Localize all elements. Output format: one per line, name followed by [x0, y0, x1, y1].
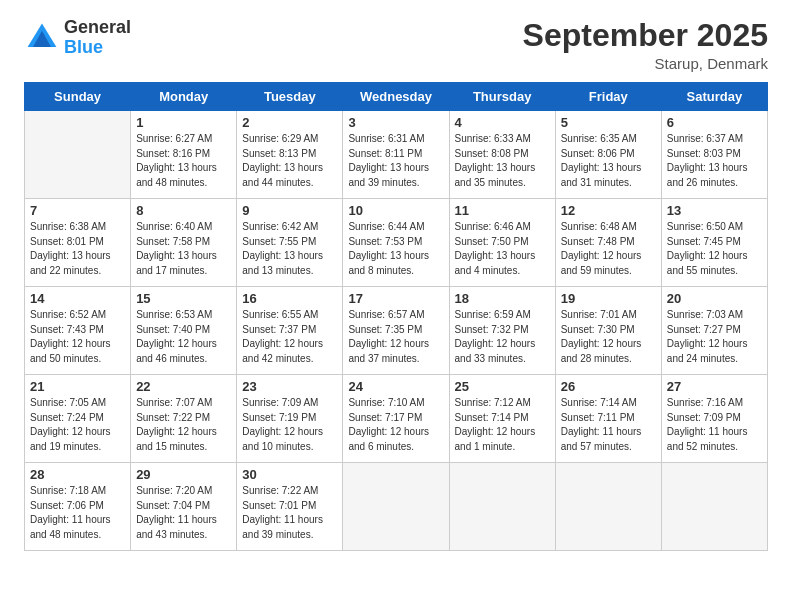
day-info: Sunrise: 6:38 AMSunset: 8:01 PMDaylight:…	[30, 220, 125, 278]
col-header-sunday: Sunday	[25, 83, 131, 111]
calendar-cell: 1Sunrise: 6:27 AMSunset: 8:16 PMDaylight…	[131, 111, 237, 199]
day-info: Sunrise: 6:46 AMSunset: 7:50 PMDaylight:…	[455, 220, 550, 278]
col-header-thursday: Thursday	[449, 83, 555, 111]
calendar-week-row: 7Sunrise: 6:38 AMSunset: 8:01 PMDaylight…	[25, 199, 768, 287]
day-number: 13	[667, 203, 762, 218]
day-info: Sunrise: 6:27 AMSunset: 8:16 PMDaylight:…	[136, 132, 231, 190]
day-info: Sunrise: 6:29 AMSunset: 8:13 PMDaylight:…	[242, 132, 337, 190]
calendar-header-row: SundayMondayTuesdayWednesdayThursdayFrid…	[25, 83, 768, 111]
day-number: 5	[561, 115, 656, 130]
day-number: 30	[242, 467, 337, 482]
calendar-cell: 25Sunrise: 7:12 AMSunset: 7:14 PMDayligh…	[449, 375, 555, 463]
day-info: Sunrise: 7:20 AMSunset: 7:04 PMDaylight:…	[136, 484, 231, 542]
calendar-cell: 28Sunrise: 7:18 AMSunset: 7:06 PMDayligh…	[25, 463, 131, 551]
day-number: 14	[30, 291, 125, 306]
day-number: 23	[242, 379, 337, 394]
day-number: 2	[242, 115, 337, 130]
calendar-week-row: 28Sunrise: 7:18 AMSunset: 7:06 PMDayligh…	[25, 463, 768, 551]
day-info: Sunrise: 7:22 AMSunset: 7:01 PMDaylight:…	[242, 484, 337, 542]
calendar-cell: 24Sunrise: 7:10 AMSunset: 7:17 PMDayligh…	[343, 375, 449, 463]
day-number: 19	[561, 291, 656, 306]
calendar-cell: 23Sunrise: 7:09 AMSunset: 7:19 PMDayligh…	[237, 375, 343, 463]
calendar-cell: 21Sunrise: 7:05 AMSunset: 7:24 PMDayligh…	[25, 375, 131, 463]
day-info: Sunrise: 6:50 AMSunset: 7:45 PMDaylight:…	[667, 220, 762, 278]
calendar-week-row: 21Sunrise: 7:05 AMSunset: 7:24 PMDayligh…	[25, 375, 768, 463]
day-number: 1	[136, 115, 231, 130]
day-number: 16	[242, 291, 337, 306]
calendar-cell: 12Sunrise: 6:48 AMSunset: 7:48 PMDayligh…	[555, 199, 661, 287]
day-number: 6	[667, 115, 762, 130]
title-month: September 2025	[523, 18, 768, 53]
day-number: 24	[348, 379, 443, 394]
day-number: 26	[561, 379, 656, 394]
day-info: Sunrise: 6:37 AMSunset: 8:03 PMDaylight:…	[667, 132, 762, 190]
day-number: 7	[30, 203, 125, 218]
calendar-cell	[343, 463, 449, 551]
calendar-cell: 19Sunrise: 7:01 AMSunset: 7:30 PMDayligh…	[555, 287, 661, 375]
day-number: 3	[348, 115, 443, 130]
calendar-cell	[449, 463, 555, 551]
day-info: Sunrise: 7:16 AMSunset: 7:09 PMDaylight:…	[667, 396, 762, 454]
calendar-cell: 26Sunrise: 7:14 AMSunset: 7:11 PMDayligh…	[555, 375, 661, 463]
col-header-saturday: Saturday	[661, 83, 767, 111]
day-number: 25	[455, 379, 550, 394]
day-info: Sunrise: 6:52 AMSunset: 7:43 PMDaylight:…	[30, 308, 125, 366]
day-number: 10	[348, 203, 443, 218]
day-info: Sunrise: 7:10 AMSunset: 7:17 PMDaylight:…	[348, 396, 443, 454]
day-number: 11	[455, 203, 550, 218]
day-info: Sunrise: 6:57 AMSunset: 7:35 PMDaylight:…	[348, 308, 443, 366]
calendar-cell: 8Sunrise: 6:40 AMSunset: 7:58 PMDaylight…	[131, 199, 237, 287]
day-number: 21	[30, 379, 125, 394]
calendar-cell: 17Sunrise: 6:57 AMSunset: 7:35 PMDayligh…	[343, 287, 449, 375]
day-info: Sunrise: 6:33 AMSunset: 8:08 PMDaylight:…	[455, 132, 550, 190]
title-block: September 2025 Starup, Denmark	[523, 18, 768, 72]
col-header-tuesday: Tuesday	[237, 83, 343, 111]
day-info: Sunrise: 7:05 AMSunset: 7:24 PMDaylight:…	[30, 396, 125, 454]
day-info: Sunrise: 6:35 AMSunset: 8:06 PMDaylight:…	[561, 132, 656, 190]
calendar-cell: 16Sunrise: 6:55 AMSunset: 7:37 PMDayligh…	[237, 287, 343, 375]
logo-blue-text: Blue	[64, 38, 131, 58]
day-number: 29	[136, 467, 231, 482]
day-number: 28	[30, 467, 125, 482]
calendar-cell	[661, 463, 767, 551]
day-info: Sunrise: 7:18 AMSunset: 7:06 PMDaylight:…	[30, 484, 125, 542]
logo-icon	[24, 20, 60, 56]
day-info: Sunrise: 6:44 AMSunset: 7:53 PMDaylight:…	[348, 220, 443, 278]
day-number: 12	[561, 203, 656, 218]
calendar-cell: 3Sunrise: 6:31 AMSunset: 8:11 PMDaylight…	[343, 111, 449, 199]
calendar-cell: 30Sunrise: 7:22 AMSunset: 7:01 PMDayligh…	[237, 463, 343, 551]
day-info: Sunrise: 7:01 AMSunset: 7:30 PMDaylight:…	[561, 308, 656, 366]
day-number: 17	[348, 291, 443, 306]
calendar-cell: 13Sunrise: 6:50 AMSunset: 7:45 PMDayligh…	[661, 199, 767, 287]
day-number: 4	[455, 115, 550, 130]
calendar-cell: 15Sunrise: 6:53 AMSunset: 7:40 PMDayligh…	[131, 287, 237, 375]
calendar-week-row: 14Sunrise: 6:52 AMSunset: 7:43 PMDayligh…	[25, 287, 768, 375]
col-header-friday: Friday	[555, 83, 661, 111]
day-info: Sunrise: 6:55 AMSunset: 7:37 PMDaylight:…	[242, 308, 337, 366]
calendar-cell: 10Sunrise: 6:44 AMSunset: 7:53 PMDayligh…	[343, 199, 449, 287]
title-location: Starup, Denmark	[523, 55, 768, 72]
calendar-cell: 27Sunrise: 7:16 AMSunset: 7:09 PMDayligh…	[661, 375, 767, 463]
day-number: 15	[136, 291, 231, 306]
day-info: Sunrise: 6:59 AMSunset: 7:32 PMDaylight:…	[455, 308, 550, 366]
calendar-cell: 22Sunrise: 7:07 AMSunset: 7:22 PMDayligh…	[131, 375, 237, 463]
day-info: Sunrise: 6:48 AMSunset: 7:48 PMDaylight:…	[561, 220, 656, 278]
day-info: Sunrise: 7:09 AMSunset: 7:19 PMDaylight:…	[242, 396, 337, 454]
day-number: 18	[455, 291, 550, 306]
calendar-table: SundayMondayTuesdayWednesdayThursdayFrid…	[24, 82, 768, 551]
logo-general-text: General	[64, 18, 131, 38]
logo-text: General Blue	[64, 18, 131, 58]
calendar-cell: 20Sunrise: 7:03 AMSunset: 7:27 PMDayligh…	[661, 287, 767, 375]
logo: General Blue	[24, 18, 131, 58]
day-number: 27	[667, 379, 762, 394]
calendar-cell: 5Sunrise: 6:35 AMSunset: 8:06 PMDaylight…	[555, 111, 661, 199]
day-number: 8	[136, 203, 231, 218]
day-info: Sunrise: 7:12 AMSunset: 7:14 PMDaylight:…	[455, 396, 550, 454]
calendar-cell	[25, 111, 131, 199]
col-header-wednesday: Wednesday	[343, 83, 449, 111]
day-info: Sunrise: 7:14 AMSunset: 7:11 PMDaylight:…	[561, 396, 656, 454]
day-info: Sunrise: 7:03 AMSunset: 7:27 PMDaylight:…	[667, 308, 762, 366]
header: General Blue September 2025 Starup, Denm…	[24, 18, 768, 72]
calendar-cell: 11Sunrise: 6:46 AMSunset: 7:50 PMDayligh…	[449, 199, 555, 287]
calendar-cell: 2Sunrise: 6:29 AMSunset: 8:13 PMDaylight…	[237, 111, 343, 199]
